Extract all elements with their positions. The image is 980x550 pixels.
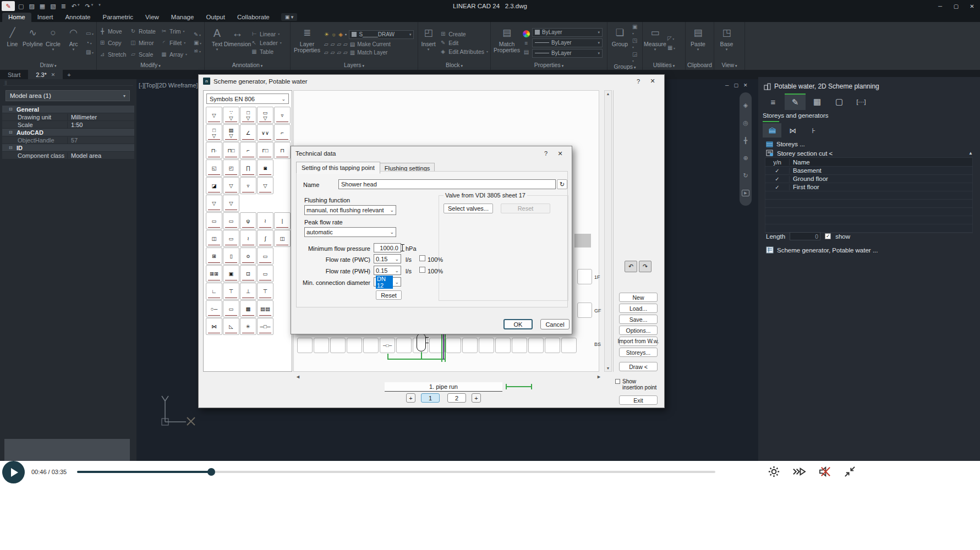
storeys-item[interactable]: Storeys ... bbox=[766, 141, 805, 147]
flow-rate-pwh-select[interactable]: 0.15 bbox=[374, 266, 401, 275]
scheme-cell[interactable] bbox=[363, 338, 379, 353]
scheme-dialog-titlebar[interactable]: n Scheme generator, Potable water ? ✕ bbox=[199, 75, 664, 87]
scheme-undo-button[interactable]: ↶ bbox=[625, 261, 637, 272]
property-row[interactable]: Scale1:50 bbox=[2, 121, 134, 129]
paste-button[interactable]: ▤Paste▾ bbox=[688, 24, 708, 62]
ribbon-button[interactable]: ↔Dimension bbox=[227, 24, 248, 62]
panel-label-annotation[interactable]: Annotation bbox=[205, 62, 290, 70]
undo-dropdown-icon[interactable]: ▾ bbox=[78, 3, 80, 10]
lineweight-icon[interactable]: ≡ bbox=[525, 40, 528, 46]
ribbon-button[interactable]: ◫Mirror bbox=[130, 37, 161, 48]
symbol-cell[interactable]: ⊤ bbox=[257, 283, 273, 300]
symbol-cell[interactable]: ◰ bbox=[223, 160, 239, 177]
scheme-cell[interactable] bbox=[462, 338, 478, 353]
panel-label-utilities[interactable]: Utilities bbox=[643, 62, 685, 70]
settings-gear-icon[interactable] bbox=[768, 465, 780, 478]
save-button[interactable]: Save... bbox=[619, 315, 658, 324]
symbol-cell[interactable]: ψ bbox=[240, 212, 256, 229]
name-input[interactable]: Shower head bbox=[338, 179, 556, 189]
symbol-cell[interactable]: ⊓□ bbox=[223, 142, 239, 159]
ribbon-button[interactable]: ⊞Copy bbox=[99, 37, 130, 48]
symbol-cell[interactable]: ▤ ▽ bbox=[223, 124, 239, 141]
symbol-cell[interactable]: ⌐ bbox=[274, 124, 291, 141]
object-type-select[interactable]: Model area (1) bbox=[6, 90, 130, 101]
scheme-cell[interactable] bbox=[512, 338, 527, 353]
symbol-cell[interactable]: ◙ bbox=[257, 160, 273, 177]
options-button[interactable]: Options... bbox=[619, 326, 658, 335]
edit-mode-icon[interactable]: ✎ bbox=[785, 94, 806, 110]
panel-label-groups[interactable]: Groups bbox=[607, 63, 642, 70]
panel-label-layers[interactable]: Layers bbox=[291, 62, 418, 70]
storeys-button[interactable]: Storeys... bbox=[619, 348, 658, 357]
symbol-cell[interactable]: ▤▤ bbox=[257, 300, 273, 317]
symbol-cell[interactable]: ∟ bbox=[206, 283, 222, 300]
rectangle-tool-icon[interactable]: ▭ bbox=[86, 30, 94, 36]
tab-tapping-point[interactable]: Setting of this tapping point bbox=[296, 162, 380, 174]
scroll-down-icon[interactable]: ▼ bbox=[606, 366, 610, 370]
symbol-cell[interactable]: ▭ bbox=[206, 212, 222, 229]
symbol-cell[interactable]: ▭ ▽ bbox=[257, 107, 273, 124]
pan-icon[interactable]: ╋ bbox=[744, 137, 748, 144]
symbol-set-select[interactable]: Symbols EN 806 bbox=[206, 94, 289, 104]
symbol-cell[interactable]: ⊤ bbox=[223, 283, 239, 300]
navigation-bar[interactable]: ◈ ◎ ╋ ⊕ ↻ ▶ bbox=[740, 92, 752, 206]
section-autocad[interactable]: ⊟AutoCAD bbox=[2, 129, 134, 136]
storey-row[interactable] bbox=[765, 216, 972, 224]
symbol-cell[interactable]: | bbox=[274, 212, 291, 229]
select-valves-button[interactable]: Select valves... bbox=[444, 204, 493, 213]
lineweight-select[interactable]: ByLayer bbox=[532, 38, 603, 47]
scheme-cell[interactable] bbox=[479, 338, 494, 353]
length-input[interactable] bbox=[790, 232, 820, 240]
play-button[interactable] bbox=[2, 461, 25, 483]
symbol-cell[interactable]: ◫ bbox=[206, 230, 222, 247]
scheme-cell[interactable] bbox=[314, 338, 329, 353]
symbol-cell[interactable]: ▩ bbox=[240, 300, 256, 317]
layer-mini-icon[interactable]: ▱ bbox=[324, 50, 329, 56]
layer-mini-icon[interactable]: ▱ bbox=[331, 50, 335, 56]
redo-button[interactable]: ↷ bbox=[85, 3, 90, 10]
ribbon-tab[interactable]: Collaborate bbox=[231, 13, 276, 22]
panel-label-draw[interactable]: Draw bbox=[0, 62, 96, 70]
symbol-cell[interactable]: ✳ bbox=[240, 318, 256, 335]
storey-row[interactable] bbox=[765, 200, 972, 208]
close-tab-icon[interactable]: ✕ bbox=[51, 72, 56, 78]
pipe-run-label[interactable]: 1. pipe run bbox=[385, 382, 502, 392]
group-select-icon[interactable]: ◲ bbox=[632, 51, 640, 63]
layer-properties-button[interactable]: ≣Layer Properties bbox=[293, 24, 321, 62]
modify-extra-icon[interactable]: ✎ bbox=[194, 31, 201, 37]
ribbon-display-toggle[interactable]: ▣ ▾ bbox=[281, 13, 298, 21]
scheme-cell[interactable] bbox=[330, 338, 346, 353]
storey-row[interactable]: ✓Basement bbox=[765, 167, 972, 175]
document-icon[interactable]: ▢ bbox=[829, 94, 850, 110]
storey-cell[interactable] bbox=[577, 269, 592, 284]
ribbon-button[interactable]: ✎Edit bbox=[440, 40, 488, 46]
symbol-cell[interactable]: ▽ bbox=[206, 107, 222, 124]
tap-tab[interactable]: ⊦ bbox=[804, 123, 823, 138]
symbol-cell[interactable]: ∠ bbox=[240, 124, 256, 141]
selected-cell[interactable] bbox=[574, 234, 591, 248]
match-properties-button[interactable]: ▤Match Properties bbox=[493, 24, 521, 62]
panel-label-modify[interactable]: Modify bbox=[97, 62, 204, 70]
symbol-cell[interactable]: Γ□ bbox=[257, 142, 273, 159]
symbol-cell[interactable]: ▽ bbox=[223, 177, 239, 194]
symbol-cell[interactable]: ▣ bbox=[223, 265, 239, 282]
playback-speed-icon[interactable] bbox=[792, 465, 807, 478]
minimize-button[interactable]: ─ bbox=[932, 0, 948, 12]
ribbon-tab[interactable]: View bbox=[139, 13, 165, 22]
storey-section-cut-item[interactable]: Storey section cut < ▲ bbox=[766, 150, 973, 157]
panel-label-view[interactable]: View bbox=[714, 62, 744, 70]
make-current-button[interactable]: Make Current bbox=[357, 41, 391, 47]
calculation-icon[interactable]: ▦ bbox=[807, 94, 828, 110]
ellipse-tool-icon[interactable]: ◔ bbox=[86, 40, 94, 46]
symbol-cell[interactable]: ≀ bbox=[240, 230, 256, 247]
scheme-cell[interactable]: ─□─ bbox=[380, 338, 395, 353]
mute-icon[interactable] bbox=[818, 465, 832, 478]
storey-row[interactable] bbox=[765, 224, 972, 233]
scheme-redo-button[interactable]: ↷ bbox=[639, 261, 651, 272]
reset-button[interactable]: Reset bbox=[376, 290, 402, 300]
ribbon-tab[interactable]: Parametric bbox=[97, 13, 140, 22]
layer-mini-icon[interactable]: ▱ bbox=[337, 41, 341, 47]
symbol-cell[interactable]: ○─ bbox=[206, 300, 222, 317]
symbol-cell[interactable]: ▭ bbox=[223, 212, 239, 229]
symbol-cell[interactable]: ▭ bbox=[257, 248, 273, 265]
